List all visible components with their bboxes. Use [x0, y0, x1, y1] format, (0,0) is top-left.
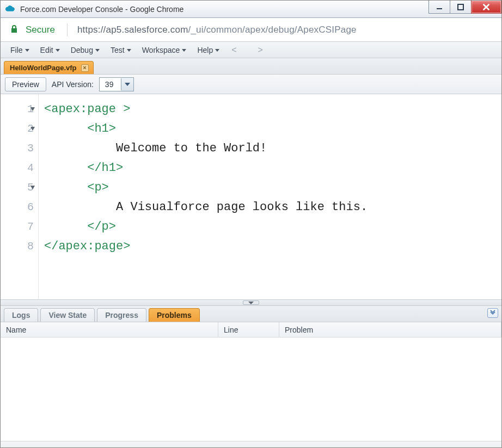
chevron-down-icon[interactable] [121, 78, 133, 91]
address-divider [67, 23, 68, 36]
tab-logs[interactable]: Logs [4, 308, 38, 322]
minimize-button[interactable] [428, 1, 450, 14]
token-tag: </apex:page> [44, 240, 130, 253]
editor-code[interactable]: <apex:page > <h1> Welcome to the World! … [39, 94, 373, 299]
token-text: A Visualforce page looks like this. [44, 200, 368, 214]
splitter-grip-icon[interactable] [243, 300, 259, 305]
code-line[interactable]: <apex:page > [44, 100, 368, 119]
menu-file[interactable]: File [6, 44, 34, 56]
gutter-line: 8 [5, 237, 34, 256]
menu-label: Edit [40, 46, 53, 54]
token-text: Welcome to the World! [44, 142, 267, 155]
svg-rect-1 [458, 4, 463, 10]
code-line[interactable]: </h1> [44, 158, 368, 178]
editor-gutter: 12345678 [1, 94, 39, 299]
collapse-panel-icon[interactable] [487, 308, 498, 318]
chevron-down-icon [56, 49, 60, 52]
token-tag: <apex:page > [44, 102, 130, 116]
tab-view-state[interactable]: View State [40, 308, 95, 322]
code-line[interactable]: Welcome to the World! [44, 139, 368, 158]
svg-rect-0 [437, 8, 442, 9]
tab-progress[interactable]: Progress [97, 308, 146, 322]
menu-bar: FileEditDebugTestWorkspaceHelp< > [1, 42, 501, 58]
file-tab-label: HelloWorldPage.vfp [10, 64, 77, 72]
salesforce-cloud-icon [5, 4, 16, 15]
file-tab-helloworldpage[interactable]: HelloWorldPage.vfp × [4, 61, 94, 74]
menu-label: Debug [71, 46, 93, 54]
address-bar: Secure https://ap5.salesforce.com/_ui/co… [1, 18, 501, 42]
code-editor[interactable]: 12345678 <apex:page > <h1> Welcome to th… [1, 94, 501, 299]
menu-label: Test [111, 46, 125, 54]
nav-arrows[interactable]: < > [231, 45, 268, 55]
secure-label: Secure [26, 24, 55, 35]
token-tag: <h1> [87, 122, 116, 136]
menu-label: Workspace [142, 46, 180, 54]
status-bar [1, 441, 501, 447]
menu-test[interactable]: Test [106, 44, 136, 56]
gutter-line: 3 [5, 139, 34, 158]
fold-toggle-icon[interactable] [30, 107, 35, 111]
chevron-down-icon [182, 49, 186, 52]
menu-edit[interactable]: Edit [36, 44, 64, 56]
token-tag: <p> [87, 181, 109, 194]
menu-workspace[interactable]: Workspace [138, 44, 191, 56]
url-host: https://ap5.salesforce.com [77, 24, 188, 35]
menu-debug[interactable]: Debug [66, 44, 104, 56]
lock-icon [9, 24, 19, 35]
gutter-line: 6 [5, 198, 34, 217]
code-line[interactable]: A Visualforce page looks like this. [44, 198, 368, 217]
url-path: /_ui/common/apex/debug/ApexCSIPage [188, 24, 357, 35]
url-display[interactable]: https://ap5.salesforce.com/_ui/common/ap… [77, 24, 357, 35]
column-header-line[interactable]: Line [218, 322, 279, 337]
gutter-line: 1 [5, 100, 34, 119]
close-tab-icon[interactable]: × [81, 64, 89, 72]
chevron-down-icon [25, 49, 29, 52]
token-text [44, 122, 87, 136]
token-text [44, 220, 87, 234]
window-buttons [429, 1, 501, 17]
token-tag: </h1> [87, 161, 123, 175]
file-tab-strip: HelloWorldPage.vfp × [1, 58, 501, 75]
fold-toggle-icon[interactable] [30, 127, 35, 131]
gutter-line: 5 [5, 178, 34, 198]
token-text [44, 161, 87, 175]
api-version-label: API Version: [52, 80, 94, 89]
code-line[interactable]: </apex:page> [44, 237, 368, 256]
problems-grid-header: Name Line Problem [1, 322, 501, 337]
column-header-name[interactable]: Name [1, 322, 218, 337]
menu-label: File [10, 46, 23, 54]
gutter-line: 2 [5, 119, 34, 139]
close-button[interactable] [471, 1, 501, 14]
tab-problems[interactable]: Problems [149, 308, 200, 322]
token-text [44, 181, 87, 194]
fold-toggle-icon[interactable] [30, 186, 35, 189]
window-title: Force.com Developer Console - Google Chr… [20, 5, 183, 14]
panel-splitter[interactable] [1, 299, 501, 306]
code-line[interactable]: <p> [44, 178, 368, 198]
chevron-down-icon [127, 49, 131, 52]
menu-help[interactable]: Help [193, 44, 224, 56]
menu-label: Help [197, 46, 213, 54]
gutter-line: 4 [5, 158, 34, 178]
chevron-down-icon [95, 49, 100, 52]
preview-button[interactable]: Preview [5, 77, 46, 91]
bottom-panel-tabs: LogsView StateProgressProblems [1, 306, 501, 322]
gutter-line: 7 [5, 217, 34, 237]
token-tag: </p> [87, 220, 116, 234]
api-version-select[interactable]: 39 [99, 77, 134, 91]
maximize-button[interactable] [450, 1, 472, 14]
editor-toolbar: Preview API Version: 39 [1, 75, 501, 94]
problems-grid-body [1, 337, 501, 441]
column-header-problem[interactable]: Problem [279, 322, 501, 337]
chevron-down-icon [215, 49, 219, 52]
code-line[interactable]: </p> [44, 217, 368, 237]
window-titlebar: Force.com Developer Console - Google Chr… [1, 1, 501, 18]
code-line[interactable]: <h1> [44, 119, 368, 139]
api-version-value: 39 [100, 78, 122, 90]
